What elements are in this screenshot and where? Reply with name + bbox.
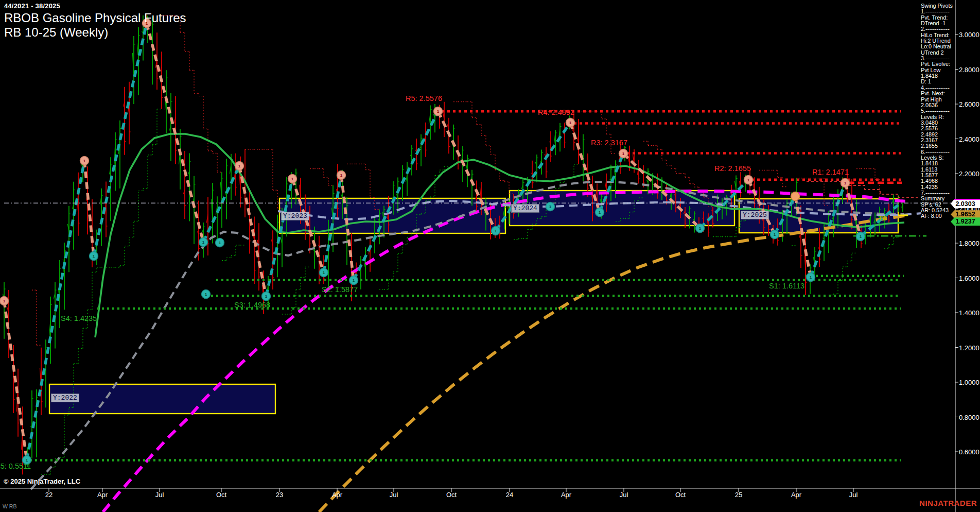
- price-tick-label: 3.0000: [959, 31, 979, 39]
- swing-up-leg: [27, 161, 84, 460]
- pivot-high-marker-glyph: 1: [238, 164, 241, 168]
- price-tick-label: 1.8000: [959, 240, 979, 247]
- pivot-low-marker-glyph: 1: [202, 240, 205, 245]
- price-tick-label: 1.6000: [959, 274, 979, 282]
- instrument-title: RBOB Gasoline Physical Futures: [4, 11, 186, 25]
- time-axis-label: Apr: [97, 491, 108, 499]
- time-axis-label: Oct: [675, 491, 686, 499]
- time-axis-label: Apr: [561, 491, 571, 499]
- time-axis-label: 24: [506, 491, 513, 499]
- pivot-low-marker-glyph: 1: [860, 234, 862, 239]
- resistance-label-R4: R4: 2.4892: [538, 108, 574, 116]
- support-label-S4: S4: 1.4235: [61, 314, 97, 322]
- pivot-low-marker-glyph: 1: [219, 241, 221, 245]
- pivot-high-marker-glyph: 1: [437, 109, 440, 114]
- ninjatrader-chart-window: 11111111111111111111111111 44/2021 - 38/…: [0, 0, 980, 512]
- swing-pivots-panel-line: 1.4968: [921, 178, 957, 184]
- price-badge-gold-ma-value: 1.9652: [951, 210, 980, 218]
- price-tick-label: 0.6000: [959, 448, 979, 456]
- pivot-low-marker-glyph: 1: [323, 270, 325, 275]
- price-tick-label: 1.4000: [959, 309, 979, 317]
- time-axis-label: Oct: [446, 491, 457, 499]
- pivot-low-marker-glyph: 1: [810, 275, 812, 280]
- year-box-label: Y:2024: [511, 204, 539, 213]
- support-label-S3: S3: 1.4968: [234, 301, 270, 309]
- price-tick-label: 0.8000: [959, 413, 979, 421]
- pivot-evolve-marker: [791, 192, 800, 201]
- resistance-label-R5: R5: 2.5576: [406, 94, 442, 103]
- magenta-ma-line: [103, 191, 908, 512]
- year-range-box: [49, 384, 275, 414]
- price-tick-label: 2.6000: [959, 100, 979, 108]
- pivot-low-marker-glyph: 1: [205, 292, 207, 297]
- time-axis-label: 25: [735, 491, 742, 499]
- price-tick-label: 2.2000: [959, 170, 979, 178]
- swing-pivots-panel-line: Pvt. Next:: [921, 91, 957, 96]
- ohlc-open-tick: [688, 213, 690, 213]
- pivot-high-marker-glyph: 1: [291, 177, 294, 181]
- pivot-high-marker-glyph: 1: [3, 299, 6, 303]
- swing-down-leg: [4, 301, 27, 460]
- time-axis-label: Apr: [791, 491, 801, 499]
- resistance-label-R2: R2: 2.1655: [714, 164, 751, 173]
- pivot-low-marker-glyph: 1: [495, 229, 497, 233]
- instrument-tag-label: W RB: [3, 503, 16, 509]
- swing-pivots-panel-line: 2.5576: [921, 126, 957, 131]
- pivot-high-marker-glyph: 1: [747, 178, 750, 182]
- swing-up-leg: [203, 166, 239, 242]
- contract-subtitle: RB 10-25 (Weekly): [4, 25, 186, 40]
- pivot-low-marker-glyph: 1: [549, 204, 552, 209]
- time-axis-label: Jul: [155, 491, 164, 499]
- support-label-S5: S5: 0.5511: [0, 462, 31, 470]
- year-box-label: Y:2023: [281, 212, 309, 220]
- f0-marker-label: F0: [880, 215, 887, 222]
- pivot-high-marker-glyph: 1: [569, 121, 572, 125]
- price-tick-label: 1.0000: [959, 379, 979, 386]
- resistance-label-R3: R3: 2.3167: [591, 139, 627, 147]
- time-axis-label: Jul: [390, 491, 398, 499]
- resistance-label-R1: R1: 2.1471: [812, 168, 849, 176]
- pivot-high-marker-glyph: 1: [340, 173, 343, 178]
- year-range-box: [510, 191, 734, 226]
- price-badge-green-ma-value: 1.9237: [951, 217, 980, 226]
- pivot-high-marker-glyph: 1: [83, 159, 86, 163]
- support-label-S1: S1: 1.6113: [769, 282, 804, 290]
- time-axis-label: Oct: [216, 491, 226, 499]
- price-chart-canvas[interactable]: 11111111111111111111111111: [0, 0, 980, 512]
- pivot-high-marker-glyph: 1: [844, 181, 847, 185]
- time-axis-label: Jul: [849, 491, 858, 499]
- green-trailing-stop-steps: [41, 109, 903, 475]
- price-tick-label: 2.4000: [959, 135, 979, 143]
- swing-pivots-panel-line: Summary: [921, 196, 957, 201]
- swing-pivots-panel-line: 2.1655: [921, 143, 957, 149]
- pivot-low-marker-glyph: 1: [599, 210, 601, 215]
- swing-up-leg: [266, 179, 292, 296]
- copyright-label: © 2025 NinjaTrader, LLC: [4, 477, 80, 485]
- date-range-label: 44/2021 - 38/2025: [4, 2, 186, 10]
- time-axis-label: Jul: [620, 491, 628, 499]
- swing-down-leg: [147, 23, 203, 242]
- price-badge-last-price: 2.0303: [951, 199, 980, 208]
- year-box-label: Y:2025: [741, 211, 769, 219]
- swing-pivots-panel-line: 1.8418: [921, 161, 957, 166]
- price-tick-label: 1.2000: [959, 344, 979, 351]
- ninjatrader-logo: NINJATRADER: [919, 499, 977, 507]
- pivot-low-marker-glyph: 1: [774, 232, 776, 237]
- year-box-label: Y:2022: [51, 394, 79, 402]
- time-axis-label: 22: [45, 491, 52, 499]
- pivot-high-marker-glyph: 1: [622, 151, 625, 156]
- time-axis-label: Apr: [332, 491, 342, 499]
- swing-pivots-panel-line: 1.-------------: [921, 9, 957, 14]
- pivot-low-marker-glyph: 1: [353, 278, 355, 283]
- pivot-low-marker-glyph: 1: [265, 294, 268, 299]
- price-tick-label: 2.8000: [959, 65, 979, 73]
- pivot-low-marker-glyph: 1: [699, 226, 702, 231]
- support-label-S2: S2: 1.5877: [322, 285, 358, 294]
- swing-pivots-panel: Swing Pivots1.-------------Pvt. Trend:DT…: [921, 3, 957, 219]
- chart-header: 44/2021 - 38/2025 RBOB Gasoline Physical…: [4, 2, 186, 40]
- swing-down-leg: [239, 166, 266, 296]
- time-axis-label: 23: [276, 491, 283, 499]
- pivot-low-marker-glyph: 1: [93, 254, 95, 259]
- swing-pivots-panel-line: 5.-------------: [921, 108, 957, 114]
